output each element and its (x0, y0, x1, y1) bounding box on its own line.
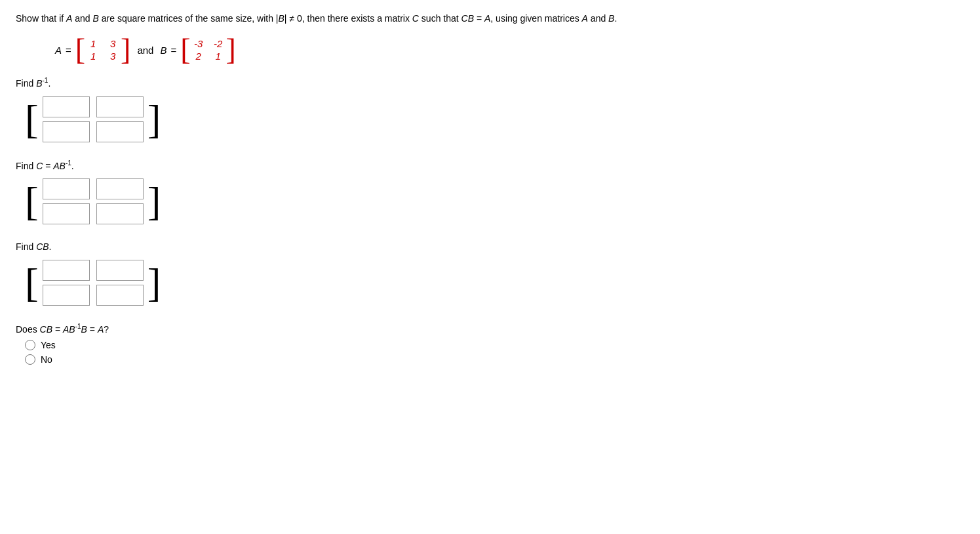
radio-no-item[interactable]: No (25, 354, 964, 365)
section1-label: Find B-1. (16, 77, 964, 89)
b-inverse-bracket-right (147, 99, 161, 140)
b-inverse-input-wrap (25, 94, 964, 145)
c-bracket-left (25, 181, 39, 222)
matrix-a-equals: = (66, 45, 71, 56)
cb-bracket-left (25, 262, 39, 303)
radio-yes[interactable] (25, 340, 35, 350)
matrix-b-cells: -3 -2 2 1 (191, 37, 226, 63)
c-input-wrap (25, 176, 964, 227)
matrix-a: 1 3 1 3 (75, 35, 131, 65)
matrix-b-r1c0: 2 (193, 51, 204, 62)
radio-no[interactable] (25, 354, 35, 365)
section3-label: Find CB. (16, 241, 964, 252)
radio-yes-item[interactable]: Yes (25, 340, 964, 350)
b-inverse-input-cells (39, 94, 147, 145)
c-input-cells (39, 176, 147, 227)
c-r1c0[interactable] (43, 203, 90, 224)
matrix-b-label: B (160, 45, 167, 56)
and-label: and (137, 45, 153, 56)
matrix-display-row: A = 1 3 1 3 and B = -3 -2 2 1 (55, 35, 964, 65)
c-r0c0[interactable] (43, 178, 90, 199)
b-inverse-r0c0[interactable] (43, 96, 90, 117)
problem-statement: Show that if A and B are square matrices… (16, 12, 964, 26)
cb-r0c0[interactable] (43, 260, 90, 281)
matrix-a-r1c0: 1 (88, 51, 98, 62)
matrix-a-label: A (55, 45, 62, 56)
cb-r1c1[interactable] (96, 285, 144, 306)
b-inverse-r1c0[interactable] (43, 121, 90, 142)
does-cb-label: Does CB = AB-1B = A? (16, 323, 964, 335)
bracket-b-right (226, 35, 236, 65)
b-inverse-r0c1[interactable] (96, 96, 144, 117)
cb-r1c0[interactable] (43, 285, 90, 306)
matrix-a-cells: 1 3 1 3 (85, 37, 121, 63)
matrix-b: -3 -2 2 1 (180, 35, 236, 65)
c-bracket-right (147, 181, 161, 222)
does-cb-superscript: -1 (75, 323, 81, 330)
cb-input-wrap (25, 257, 964, 308)
matrix-a-r0c0: 1 (88, 38, 98, 49)
section2-label: Find C = AB-1. (16, 159, 964, 171)
matrix-b-r0c0: -3 (193, 38, 204, 49)
matrix-b-r1c1: 1 (213, 51, 224, 62)
section2-superscript: -1 (66, 159, 71, 167)
radio-group: Yes No (25, 340, 964, 365)
matrix-b-equals: = (170, 45, 176, 56)
bracket-b-left (180, 35, 190, 65)
cb-bracket-right (147, 262, 161, 303)
b-inverse-bracket-left (25, 99, 39, 140)
bracket-a-right (121, 35, 130, 65)
b-inverse-r1c1[interactable] (96, 121, 144, 142)
radio-no-label: No (41, 354, 52, 365)
c-r1c1[interactable] (96, 203, 144, 224)
c-r0c1[interactable] (96, 178, 144, 199)
matrix-a-r1c1: 3 (108, 51, 118, 62)
section1-superscript: -1 (42, 77, 48, 84)
radio-yes-label: Yes (41, 340, 56, 350)
cb-input-cells (39, 257, 147, 308)
matrix-a-r0c1: 3 (108, 38, 118, 49)
bracket-a-left (75, 35, 85, 65)
cb-r0c1[interactable] (96, 260, 144, 281)
matrix-b-r0c1: -2 (213, 38, 224, 49)
